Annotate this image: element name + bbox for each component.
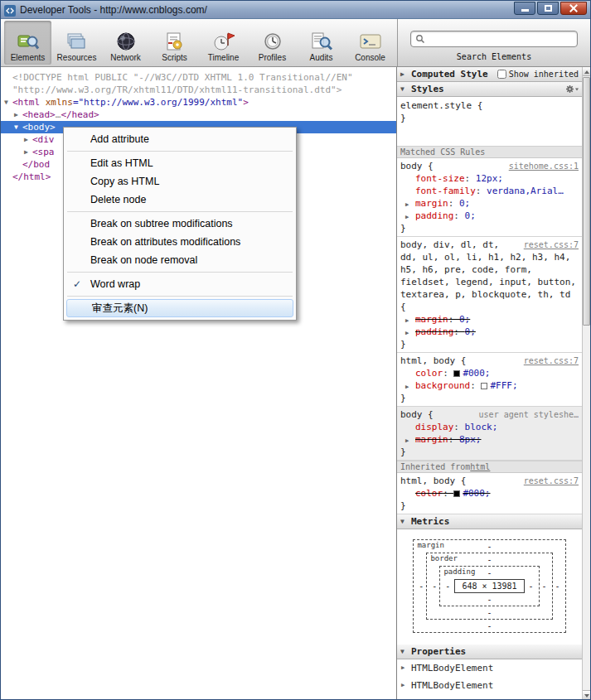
styles-header[interactable]: ▼ Styles [397,82,582,97]
menu-item-inspect-element[interactable]: 审查元素(N) [66,299,293,317]
menu-item-break-node-removal[interactable]: Break on node removal [65,251,294,269]
tab-console[interactable]: Console [346,21,394,65]
expand-icon[interactable]: ▶ [405,211,409,224]
menu-item-break-attributes[interactable]: Break on attributes modifications [65,233,294,251]
tab-elements[interactable]: Elements [4,21,51,65]
tab-profiles[interactable]: Profiles [249,21,296,65]
scrollbar[interactable] [582,67,590,699]
content-size-value[interactable]: 648 × 13981 [454,579,524,593]
minimize-button[interactable] [514,2,535,15]
computed-style-header[interactable]: ▶ Computed Style Show inherited [397,67,582,82]
resources-icon [65,31,89,51]
tab-scripts[interactable]: Scripts [151,21,198,65]
menu-item-copy-as-html[interactable]: Copy as HTML [65,172,294,191]
menu-item-edit-as-html[interactable]: Edit as HTML [65,154,294,172]
toolbar: Elements Resources Network Scripts [1,19,590,67]
rule-selector-line[interactable]: reset.css:7body, div, dl, dt, dd, ul, ol… [400,239,579,313]
tree-doctype-line-1[interactable]: <!DOCTYPE html PUBLIC "-//W3C//DTD XHTML… [1,71,396,84]
tree-doctype-line-2[interactable]: "http://www.w3.org/TR/xhtml11/DTD/xhtml1… [1,84,396,96]
padding-right-value[interactable]: - [526,582,536,591]
close-button[interactable] [560,2,587,15]
css-property[interactable]: font-size12px; [400,172,579,185]
rule-selector-line[interactable]: user agent styleshe…body { [400,408,579,421]
tree-node-head[interactable]: ▶<head>…</head> [1,109,396,121]
css-property[interactable]: ▶margin0; [400,197,579,210]
box-model-border: border - - padding - - 648 × 13981 [426,553,552,620]
border-bottom-value[interactable]: - [429,606,549,619]
expand-icon[interactable]: ▶ [401,664,404,671]
collapse-icon[interactable]: ▼ [14,121,22,133]
menu-item-break-subtree[interactable]: Break on subtree modifications [65,215,294,233]
tree-node-html[interactable]: ▼<html xmlns="http://www.w3.org/1999/xht… [1,96,396,109]
rule-selector-line[interactable]: reset.css:7html, body { [400,475,579,487]
show-inherited-checkbox[interactable] [497,70,506,79]
rule-selector-line[interactable]: sitehome.css:1body { [400,160,579,172]
menu-item-delete-node[interactable]: Delete node [65,191,294,209]
menu-item-word-wrap[interactable]: ✓Word wrap [65,275,294,293]
metrics-header[interactable]: ▼ Metrics [397,514,582,529]
border-left-value[interactable]: - [429,582,439,591]
search-field[interactable] [410,31,578,47]
maximize-button[interactable] [537,2,559,15]
scripts-icon [163,31,187,51]
padding-label: padding [443,567,475,576]
titlebar[interactable]: Developer Tools - http://www.cnblogs.com… [1,1,590,19]
css-property[interactable]: ▶background#FFF; [400,379,579,392]
inherited-html-link[interactable]: html [470,462,490,471]
elements-icon [17,31,40,51]
stylesheet-link[interactable]: sitehome.css:1 [509,160,579,172]
styles-sidebar: ▶ Computed Style Show inherited ▼ Styles… [396,67,582,699]
tab-resources[interactable]: Resources [53,21,100,65]
tab-audits[interactable]: Audits [298,21,345,65]
property-item-htmlbodyelement-1[interactable]: ▶HTMLBodyElement [397,659,582,677]
color-swatch-black[interactable] [453,490,460,497]
css-property[interactable]: font-familyverdana,Arial… [400,185,579,197]
scroll-down-button[interactable] [583,690,590,699]
checkmark-icon: ✓ [73,275,81,293]
expand-icon[interactable]: ▶ [24,133,32,146]
menu-item-add-attribute[interactable]: Add attribute [65,130,294,148]
stylesheet-link[interactable]: reset.css:7 [524,355,579,367]
expand-icon[interactable]: ▶ [405,381,409,393]
css-property-overridden[interactable]: ▶margin8px; [400,433,579,446]
border-right-value[interactable]: - [540,582,550,591]
margin-left-value[interactable]: - [416,582,426,591]
stylesheet-link[interactable]: reset.css:7 [524,239,579,251]
box-model-margin: margin - - border - - padding - [413,539,565,633]
scroll-up-button[interactable] [583,67,590,76]
css-property-overridden[interactable]: ▶margin0; [400,313,579,326]
color-swatch-white[interactable] [481,383,487,389]
search-input[interactable] [429,34,573,45]
css-property[interactable]: color#000; [400,367,579,379]
expand-icon[interactable]: ▶ [405,327,409,340]
property-item-htmlbodyelement-2[interactable]: ▶HTMLBodyElement [397,677,582,694]
menu-separator [67,272,293,273]
expand-icon[interactable]: ▶ [401,682,404,688]
collapse-icon[interactable]: ▼ [4,96,12,109]
inherited-from-header: Inherited from html [397,461,582,473]
element-style-rule[interactable]: element.style { } [397,97,582,146]
css-rule-html-body: reset.css:7html, body { color#000; ▶back… [397,353,582,407]
expand-icon[interactable]: ▶ [14,109,22,121]
profiles-icon [261,31,284,51]
expand-icon[interactable]: ▶ [405,435,409,447]
css-property[interactable]: displayblock; [400,421,579,433]
css-property-overridden[interactable]: color#000; [400,487,579,500]
scrollbar-thumb[interactable] [583,77,590,326]
styles-options-button[interactable] [565,84,579,94]
expand-icon[interactable]: ▶ [24,146,32,158]
color-swatch-black[interactable] [453,370,460,377]
stylesheet-link[interactable]: reset.css:7 [524,475,579,487]
padding-left-value[interactable]: - [443,582,453,591]
css-property-overridden[interactable]: ▶padding0; [400,326,579,338]
tab-timeline[interactable]: Timeline [200,21,247,65]
margin-right-value[interactable]: - [553,582,563,591]
tab-network[interactable]: Network [102,21,149,65]
properties-header[interactable]: ▼ Properties [397,644,582,659]
padding-bottom-value[interactable]: - [443,593,535,606]
margin-label: margin [417,541,444,549]
margin-bottom-value[interactable]: - [416,620,562,632]
rule-selector-line[interactable]: reset.css:7html, body { [400,355,579,367]
css-property[interactable]: ▶padding0; [400,210,579,222]
css-rule-reset-elements: reset.css:7body, div, dl, dt, dd, ul, ol… [397,237,582,353]
